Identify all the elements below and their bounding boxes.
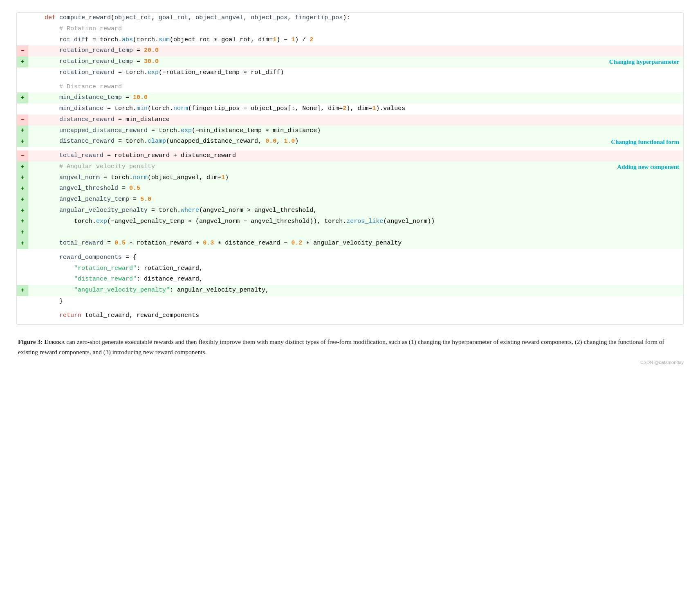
code-line-added: + distance_reward = torch.clamp(uncapped…: [17, 136, 683, 147]
line-content: torch.exp(−angvel_penalty_temp ∗ (angvel…: [28, 216, 683, 227]
line-marker: [17, 274, 28, 285]
figure-label: Figure 3:: [18, 338, 43, 345]
line-marker-added: +: [17, 205, 28, 216]
line-content: # Rotation reward: [28, 24, 683, 35]
line-marker-removed: −: [17, 150, 28, 162]
line-marker: [17, 82, 28, 93]
eureka-label: Eureka: [44, 338, 65, 345]
line-marker-added: +: [17, 173, 28, 184]
line-marker: [17, 296, 28, 307]
code-line-added: + torch.exp(−angvel_penalty_temp ∗ (angv…: [17, 216, 683, 227]
figure-caption-text: can zero-shot generate executable reward…: [18, 338, 664, 355]
code-line-removed: − rotation_reward_temp = 20.0: [17, 45, 683, 56]
line-content: [28, 227, 683, 238]
line-content: total_reward = 0.5 ∗ rotation_reward + 0…: [28, 238, 683, 249]
code-block: def compute_reward(object_rot, goal_rot,…: [16, 12, 684, 325]
line-content: def compute_reward(object_rot, goal_rot,…: [28, 13, 683, 24]
code-line: rotation_reward = torch.exp(−rotation_re…: [17, 67, 683, 79]
line-content: min_distance_temp = 10.0: [28, 92, 683, 103]
code-line-added: +: [17, 227, 683, 238]
line-content: "angular_velocity_penalty": angular_velo…: [28, 285, 683, 296]
line-marker: [17, 67, 28, 79]
line-marker-added: +: [17, 136, 28, 147]
line-content: "distance_reward": distance_reward,: [28, 274, 683, 285]
line-content: angvel_penalty_temp = 5.0: [28, 194, 683, 205]
line-content: "rotation_reward": rotation_reward,: [28, 263, 683, 274]
code-line-added: + # Angular velocity penalty Adding new …: [17, 162, 683, 173]
figure-caption: Figure 3: Eureka can zero-shot generate …: [16, 337, 684, 357]
line-marker-added: +: [17, 238, 28, 249]
line-content: }: [28, 296, 683, 307]
line-marker-added: +: [17, 183, 28, 194]
annotation-functional-form: Changing functional form: [611, 137, 679, 147]
code-line: min_distance = torch.min(torch.norm(fing…: [17, 103, 683, 115]
line-marker-added: +: [17, 56, 28, 67]
code-line-removed: − distance_reward = min_distance: [17, 115, 683, 126]
line-content: angular_velocity_penalty = torch.where(a…: [28, 205, 683, 216]
code-line: }: [17, 296, 683, 307]
code-line-added: + total_reward = 0.5 ∗ rotation_reward +…: [17, 238, 683, 249]
line-marker-added: +: [17, 285, 28, 296]
line-marker-removed: −: [17, 115, 28, 126]
code-line: "distance_reward": distance_reward,: [17, 274, 683, 285]
line-content: total_reward = rotation_reward + distanc…: [28, 150, 683, 162]
line-content: distance_reward = torch.clamp(uncapped_d…: [28, 136, 683, 147]
line-marker: [17, 13, 28, 24]
line-content: min_distance = torch.min(torch.norm(fing…: [28, 103, 683, 115]
line-marker: [17, 103, 28, 115]
line-marker-removed: −: [17, 45, 28, 56]
code-line-added: + angvel_penalty_temp = 5.0: [17, 194, 683, 205]
code-line-added: + angvel_threshold = 0.5: [17, 183, 683, 194]
line-content: # Distance reward: [28, 82, 683, 93]
watermark: CSDN @datamonday: [16, 360, 684, 365]
code-line: # Rotation reward: [17, 24, 683, 35]
line-content: rot_diff = torch.abs(torch.sum(object_ro…: [28, 35, 683, 46]
code-line-removed: − total_reward = rotation_reward + dista…: [17, 150, 683, 162]
code-line: def compute_reward(object_rot, goal_rot,…: [17, 13, 683, 24]
line-marker: [17, 263, 28, 274]
line-marker: [17, 35, 28, 46]
line-marker-added: +: [17, 126, 28, 137]
line-content: return total_reward, reward_components: [28, 310, 683, 321]
code-line: "rotation_reward": rotation_reward,: [17, 263, 683, 274]
line-content: rotation_reward_temp = 30.0: [28, 56, 683, 67]
code-line: reward_components = {: [17, 252, 683, 263]
line-content: angvel_norm = torch.norm(object_angvel, …: [28, 173, 683, 184]
line-content: reward_components = {: [28, 252, 683, 263]
annotation-hyperparameter: Changing hyperparameter: [609, 57, 679, 67]
code-line-added: + angular_velocity_penalty = torch.where…: [17, 205, 683, 216]
line-marker-added: +: [17, 162, 28, 173]
line-content: rotation_reward = torch.exp(−rotation_re…: [28, 67, 683, 79]
line-marker: [17, 24, 28, 35]
line-content: uncapped_distance_reward = torch.exp(−mi…: [28, 126, 683, 137]
code-line-added: + "angular_velocity_penalty": angular_ve…: [17, 285, 683, 296]
line-marker-added: +: [17, 194, 28, 205]
line-content: angvel_threshold = 0.5: [28, 183, 683, 194]
code-line-added: + uncapped_distance_reward = torch.exp(−…: [17, 126, 683, 137]
line-content: distance_reward = min_distance: [28, 115, 683, 126]
code-line: # Distance reward: [17, 82, 683, 93]
line-marker: [17, 310, 28, 321]
line-marker: [17, 252, 28, 263]
code-line-added: + angvel_norm = torch.norm(object_angvel…: [17, 173, 683, 184]
code-line-added: + rotation_reward_temp = 30.0 Changing h…: [17, 56, 683, 67]
line-marker-added: +: [17, 227, 28, 238]
line-content: # Angular velocity penalty: [28, 162, 683, 173]
line-marker-added: +: [17, 92, 28, 103]
annotation-new-component: Adding new component: [617, 162, 679, 172]
code-line: rot_diff = torch.abs(torch.sum(object_ro…: [17, 35, 683, 46]
code-line: return total_reward, reward_components: [17, 310, 683, 321]
line-content: rotation_reward_temp = 20.0: [28, 45, 683, 56]
line-marker-added: +: [17, 216, 28, 227]
code-line-added: + min_distance_temp = 10.0: [17, 92, 683, 103]
